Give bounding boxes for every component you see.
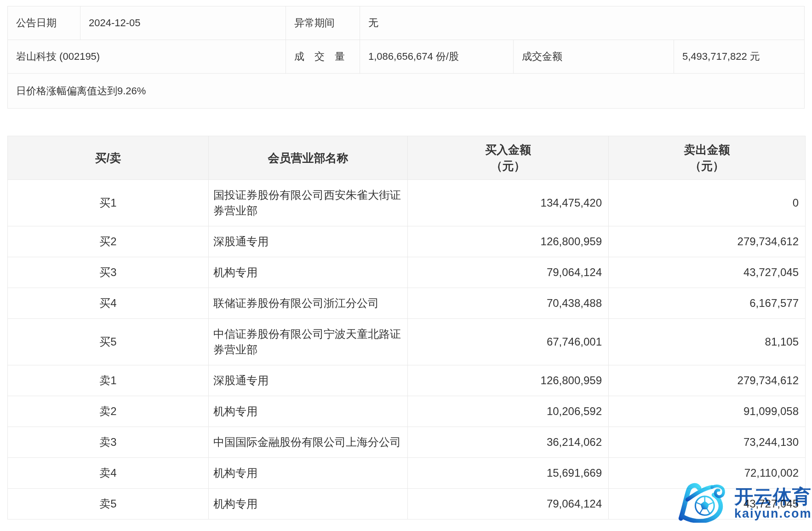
side-cell: 卖3 bbox=[8, 427, 209, 458]
announce-date-value: 2024-12-05 bbox=[80, 6, 286, 40]
side-cell: 卖2 bbox=[8, 396, 209, 427]
watermark-domain-text: kaiyun.com bbox=[734, 508, 812, 520]
branch-cell: 机构专用 bbox=[209, 257, 408, 288]
branch-cell: 联储证券股份有限公司浙江分公司 bbox=[209, 288, 408, 319]
turnover-label: 成交金额 bbox=[514, 40, 674, 73]
summary-table: 公告日期 2024-12-05 异常期间 无 岩山科技 (002195) 成 交… bbox=[7, 6, 805, 109]
buy-amount-cell: 126,800,959 bbox=[408, 365, 609, 396]
sell-amount-cell: 81,105 bbox=[609, 319, 806, 365]
sell-amount-cell: 0 bbox=[609, 180, 806, 226]
summary-row-announce: 公告日期 2024-12-05 异常期间 无 bbox=[8, 6, 804, 40]
branch-cell: 机构专用 bbox=[209, 458, 408, 489]
branch-cell: 机构专用 bbox=[209, 396, 408, 427]
table-row: 卖2 机构专用 10,206,592 91,099,058 bbox=[8, 396, 806, 427]
kaiyun-watermark[interactable]: 开云体育 kaiyun.com bbox=[677, 482, 812, 525]
branch-cell: 机构专用 bbox=[209, 489, 408, 519]
abnormal-period-value: 无 bbox=[360, 6, 804, 40]
buy-amount-cell: 70,438,488 bbox=[408, 288, 609, 319]
sell-amount-cell: 6,167,577 bbox=[609, 288, 806, 319]
side-cell: 买4 bbox=[8, 288, 209, 319]
buy-amount-cell: 126,800,959 bbox=[408, 226, 609, 257]
buy-amount-cell: 10,206,592 bbox=[408, 396, 609, 427]
table-row: 买1 国投证券股份有限公司西安朱雀大街证券营业部 134,475,420 0 bbox=[8, 180, 806, 226]
side-cell: 买2 bbox=[8, 226, 209, 257]
branch-cell: 中国国际金融股份有限公司上海分公司 bbox=[209, 427, 408, 458]
branch-cell: 深股通专用 bbox=[209, 226, 408, 257]
watermark-text: 开云体育 kaiyun.com bbox=[734, 487, 812, 520]
table-row: 卖1 深股通专用 126,800,959 279,734,612 bbox=[8, 365, 806, 396]
side-cell: 卖5 bbox=[8, 489, 209, 519]
volume-label: 成 交 量 bbox=[286, 40, 360, 73]
volume-value: 1,086,656,674 份/股 bbox=[360, 40, 514, 73]
sell-amount-cell: 43,727,045 bbox=[609, 257, 806, 288]
branch-cell: 中信证券股份有限公司宁波天童北路证券营业部 bbox=[209, 319, 408, 365]
side-cell: 买5 bbox=[8, 319, 209, 365]
side-cell: 卖1 bbox=[8, 365, 209, 396]
buy-amount-cell: 67,746,001 bbox=[408, 319, 609, 365]
col-header-branch: 会员营业部名称 bbox=[209, 136, 408, 180]
buy-amount-cell: 134,475,420 bbox=[408, 180, 609, 226]
sell-amount-cell: 279,734,612 bbox=[609, 365, 806, 396]
summary-row-stock: 岩山科技 (002195) 成 交 量 1,086,656,674 份/股 成交… bbox=[8, 40, 804, 74]
table-row: 买2 深股通专用 126,800,959 279,734,612 bbox=[8, 226, 806, 257]
branch-cell: 国投证券股份有限公司西安朱雀大街证券营业部 bbox=[209, 180, 408, 226]
col-header-sell-amount: 卖出金额 （元） bbox=[609, 136, 806, 180]
kaiyun-logo-icon bbox=[677, 482, 732, 525]
trading-disclosure-page: 公告日期 2024-12-05 异常期间 无 岩山科技 (002195) 成 交… bbox=[0, 0, 812, 531]
col-header-side: 买/卖 bbox=[8, 136, 209, 180]
side-cell: 买1 bbox=[8, 180, 209, 226]
table-row: 卖3 中国国际金融股份有限公司上海分公司 36,214,062 73,244,1… bbox=[8, 427, 806, 458]
stock-name: 岩山科技 (002195) bbox=[8, 40, 286, 73]
table-row: 买3 机构专用 79,064,124 43,727,045 bbox=[8, 257, 806, 288]
summary-row-note: 日价格涨幅偏离值达到9.26% bbox=[8, 74, 804, 108]
table-header-row: 买/卖 会员营业部名称 买入金额 （元） 卖出金额 （元） bbox=[8, 136, 806, 180]
buy-amount-cell: 79,064,124 bbox=[408, 489, 609, 519]
broker-seats-table: 买/卖 会员营业部名称 买入金额 （元） 卖出金额 （元） 买1 国投证券股份有… bbox=[7, 136, 806, 519]
turnover-value: 5,493,717,822 元 bbox=[674, 40, 804, 73]
branch-cell: 深股通专用 bbox=[209, 365, 408, 396]
buy-amount-cell: 15,691,669 bbox=[408, 458, 609, 489]
side-cell: 买3 bbox=[8, 257, 209, 288]
col-header-buy-amount: 买入金额 （元） bbox=[408, 136, 609, 180]
buy-amount-cell: 36,214,062 bbox=[408, 427, 609, 458]
sell-amount-cell: 73,244,130 bbox=[609, 427, 806, 458]
table-row: 买4 联储证券股份有限公司浙江分公司 70,438,488 6,167,577 bbox=[8, 288, 806, 319]
sell-amount-cell: 91,099,058 bbox=[609, 396, 806, 427]
buy-amount-cell: 79,064,124 bbox=[408, 257, 609, 288]
announce-date-label: 公告日期 bbox=[8, 6, 80, 40]
table-row: 买5 中信证券股份有限公司宁波天童北路证券营业部 67,746,001 81,1… bbox=[8, 319, 806, 365]
deviation-note: 日价格涨幅偏离值达到9.26% bbox=[8, 74, 804, 108]
abnormal-period-label: 异常期间 bbox=[286, 6, 360, 40]
watermark-brand-text: 开云体育 bbox=[734, 487, 812, 507]
side-cell: 卖4 bbox=[8, 458, 209, 489]
sell-amount-cell: 279,734,612 bbox=[609, 226, 806, 257]
